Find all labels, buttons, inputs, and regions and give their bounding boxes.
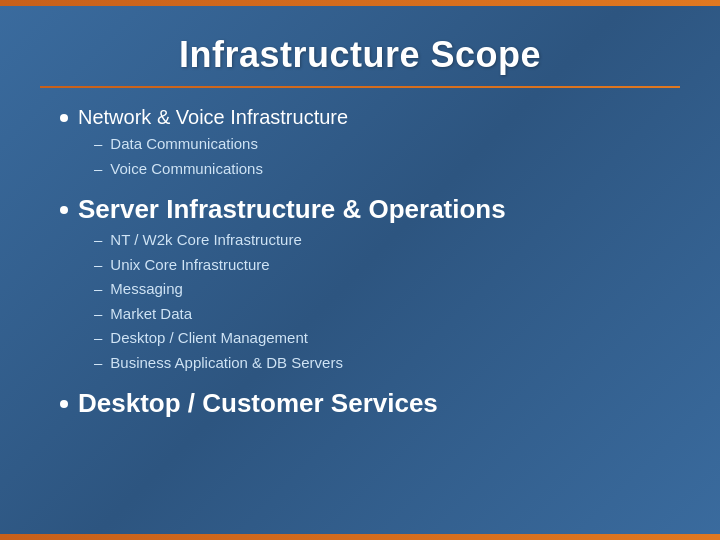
title-divider bbox=[40, 86, 680, 88]
sub-items-network: – Data Communications – Voice Communicat… bbox=[60, 133, 660, 180]
bullet-main-text-desktop: Desktop / Customer Services bbox=[78, 388, 438, 419]
bullet-main-desktop: Desktop / Customer Services bbox=[60, 388, 660, 419]
slide: Infrastructure Scope Network & Voice Inf… bbox=[0, 0, 720, 540]
sub-item-text: Voice Communications bbox=[110, 158, 263, 181]
sub-item-text: Business Application & DB Servers bbox=[110, 352, 343, 375]
bullet-item-server: Server Infrastructure & Operations – NT … bbox=[60, 194, 660, 374]
sub-item: – Unix Core Infrastructure bbox=[94, 254, 660, 277]
bullet-main-text-network: Network & Voice Infrastructure bbox=[78, 106, 348, 129]
bullet-dot bbox=[60, 400, 68, 408]
title-area: Infrastructure Scope bbox=[0, 6, 720, 86]
bullet-dot bbox=[60, 114, 68, 122]
sub-item: – Business Application & DB Servers bbox=[94, 352, 660, 375]
sub-item-text: Unix Core Infrastructure bbox=[110, 254, 269, 277]
sub-item-text: Market Data bbox=[110, 303, 192, 326]
bullet-main-server: Server Infrastructure & Operations bbox=[60, 194, 660, 225]
bullet-dot bbox=[60, 206, 68, 214]
bottom-bar bbox=[0, 534, 720, 540]
bullet-main-text-server: Server Infrastructure & Operations bbox=[78, 194, 506, 225]
sub-item: – NT / W2k Core Infrastructure bbox=[94, 229, 660, 252]
bullet-main-network: Network & Voice Infrastructure bbox=[60, 106, 660, 129]
sub-item: – Voice Communications bbox=[94, 158, 660, 181]
sub-item: – Desktop / Client Management bbox=[94, 327, 660, 350]
sub-items-server: – NT / W2k Core Infrastructure – Unix Co… bbox=[60, 229, 660, 374]
slide-title: Infrastructure Scope bbox=[40, 34, 680, 76]
content-area: Network & Voice Infrastructure – Data Co… bbox=[0, 106, 720, 540]
bullet-item-network: Network & Voice Infrastructure – Data Co… bbox=[60, 106, 660, 180]
sub-item-text: NT / W2k Core Infrastructure bbox=[110, 229, 301, 252]
sub-item: – Messaging bbox=[94, 278, 660, 301]
bullet-item-desktop: Desktop / Customer Services bbox=[60, 388, 660, 419]
sub-item: – Data Communications bbox=[94, 133, 660, 156]
sub-item: – Market Data bbox=[94, 303, 660, 326]
sub-item-text: Messaging bbox=[110, 278, 183, 301]
sub-item-text: Desktop / Client Management bbox=[110, 327, 308, 350]
sub-item-text: Data Communications bbox=[110, 133, 258, 156]
